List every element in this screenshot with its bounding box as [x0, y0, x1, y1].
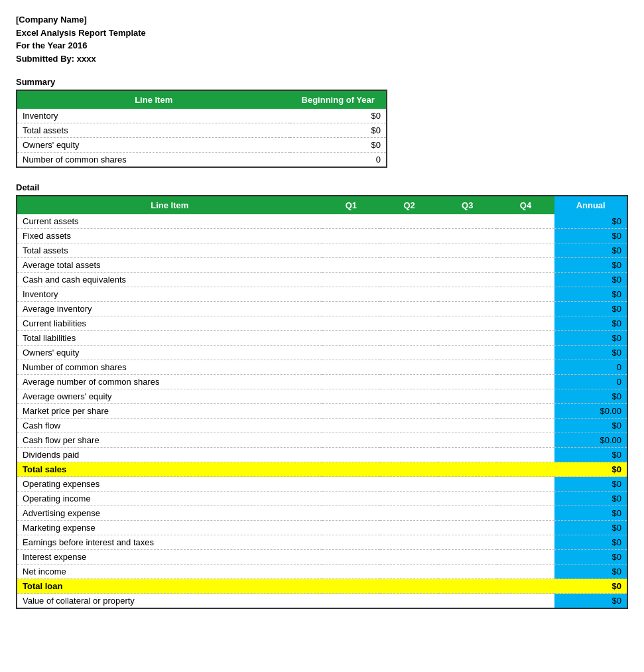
- summary-header-line-item: Line Item: [17, 90, 290, 109]
- detail-row: Average total assets $0: [17, 258, 627, 273]
- detail-row-q2: [380, 404, 438, 419]
- detail-row-q1: [322, 331, 381, 346]
- detail-row: Current assets $0: [17, 214, 627, 229]
- summary-row: Number of common shares 0: [17, 153, 387, 168]
- detail-row-annual: $0: [554, 229, 627, 243]
- detail-row: Owners' equity $0: [17, 346, 627, 360]
- detail-row-q3: [438, 550, 497, 565]
- summary-row: Owners' equity $0: [17, 138, 387, 153]
- detail-row-label: Cash flow: [17, 419, 322, 433]
- detail-row-q4: [497, 316, 555, 331]
- summary-row: Inventory $0: [17, 109, 387, 123]
- detail-row-q4: [497, 375, 555, 389]
- detail-row-q1: [322, 360, 381, 375]
- detail-row-annual: $0: [554, 565, 627, 579]
- detail-row-q4: [497, 506, 555, 521]
- detail-row-annual: $0: [554, 535, 627, 550]
- detail-row-annual: $0.00: [554, 404, 627, 419]
- detail-row-q2: [380, 243, 438, 258]
- detail-row-q3: [438, 506, 497, 521]
- detail-row-q3: [438, 419, 497, 433]
- detail-row-q2: [380, 477, 438, 492]
- detail-row-q1: [322, 287, 381, 302]
- detail-row-q3: [438, 302, 497, 316]
- detail-row-annual: $0: [554, 419, 627, 433]
- detail-row-annual: $0: [554, 258, 627, 273]
- detail-row-annual: $0: [554, 506, 627, 521]
- summary-row-label: Owners' equity: [17, 138, 290, 153]
- detail-row-label: Inventory: [17, 287, 322, 302]
- detail-row: Total loan $0: [17, 579, 627, 594]
- detail-row-q4: [497, 258, 555, 273]
- detail-row-label: Total sales: [17, 462, 322, 477]
- detail-row-q2: [380, 375, 438, 389]
- detail-row-q4: [497, 331, 555, 346]
- detail-row: Number of common shares 0: [17, 360, 627, 375]
- detail-row-q1: [322, 316, 381, 331]
- detail-row-q2: [380, 594, 438, 609]
- detail-row-q3: [438, 579, 497, 594]
- detail-row: Advertising expense $0: [17, 506, 627, 521]
- detail-row-q2: [380, 214, 438, 229]
- detail-row-label: Fixed assets: [17, 229, 322, 243]
- detail-row-label: Total assets: [17, 243, 322, 258]
- detail-row-label: Total loan: [17, 579, 322, 594]
- detail-row-q1: [322, 477, 381, 492]
- detail-row-q3: [438, 316, 497, 331]
- detail-header-q1: Q1: [322, 196, 381, 214]
- detail-row-q3: [438, 535, 497, 550]
- detail-row-label: Average number of common shares: [17, 375, 322, 389]
- detail-row-label: Net income: [17, 565, 322, 579]
- summary-row-label: Total assets: [17, 123, 290, 138]
- detail-row-q1: [322, 448, 381, 462]
- detail-row-annual: $0: [554, 389, 627, 404]
- detail-row-label: Dividends paid: [17, 448, 322, 462]
- detail-row: Average inventory $0: [17, 302, 627, 316]
- detail-header-annual: Annual: [554, 196, 627, 214]
- detail-row-label: Market price per share: [17, 404, 322, 419]
- detail-row: Average owners' equity $0: [17, 389, 627, 404]
- detail-row-label: Marketing expense: [17, 521, 322, 535]
- detail-row-q1: [322, 565, 381, 579]
- detail-header-q3: Q3: [438, 196, 497, 214]
- submitted-by: Submitted By: xxxx: [16, 52, 628, 66]
- detail-row-q1: [322, 258, 381, 273]
- detail-row-label: Interest expense: [17, 550, 322, 565]
- detail-row-q3: [438, 346, 497, 360]
- detail-row-q2: [380, 389, 438, 404]
- detail-row-q1: [322, 535, 381, 550]
- detail-row-q2: [380, 287, 438, 302]
- detail-row-q4: [497, 360, 555, 375]
- detail-row-label: Advertising expense: [17, 506, 322, 521]
- detail-row-annual: $0: [554, 331, 627, 346]
- detail-row-q3: [438, 360, 497, 375]
- summary-row: Total assets $0: [17, 123, 387, 138]
- detail-row: Interest expense $0: [17, 550, 627, 565]
- detail-row: Value of collateral or property $0: [17, 594, 627, 609]
- detail-row-annual: $0: [554, 273, 627, 287]
- detail-row-q4: [497, 214, 555, 229]
- detail-row-q3: [438, 375, 497, 389]
- detail-row-q4: [497, 462, 555, 477]
- detail-row-q4: [497, 389, 555, 404]
- detail-header-q2: Q2: [380, 196, 438, 214]
- detail-row-annual: $0: [554, 521, 627, 535]
- detail-row-q1: [322, 375, 381, 389]
- detail-row-label: Value of collateral or property: [17, 594, 322, 609]
- detail-row-annual: $0: [554, 287, 627, 302]
- detail-row-q3: [438, 462, 497, 477]
- detail-row: Marketing expense $0: [17, 521, 627, 535]
- detail-row-q1: [322, 506, 381, 521]
- detail-row-q3: [438, 229, 497, 243]
- detail-row-q2: [380, 316, 438, 331]
- detail-row-q4: [497, 404, 555, 419]
- detail-row-q2: [380, 302, 438, 316]
- report-title: Excel Analysis Report Template: [16, 27, 628, 40]
- detail-row-q2: [380, 492, 438, 506]
- detail-row-q1: [322, 521, 381, 535]
- detail-row-q3: [438, 214, 497, 229]
- company-name: [Company Name]: [16, 13, 628, 27]
- detail-row-annual: $0: [554, 462, 627, 477]
- detail-row: Average number of common shares 0: [17, 375, 627, 389]
- detail-row-q3: [438, 331, 497, 346]
